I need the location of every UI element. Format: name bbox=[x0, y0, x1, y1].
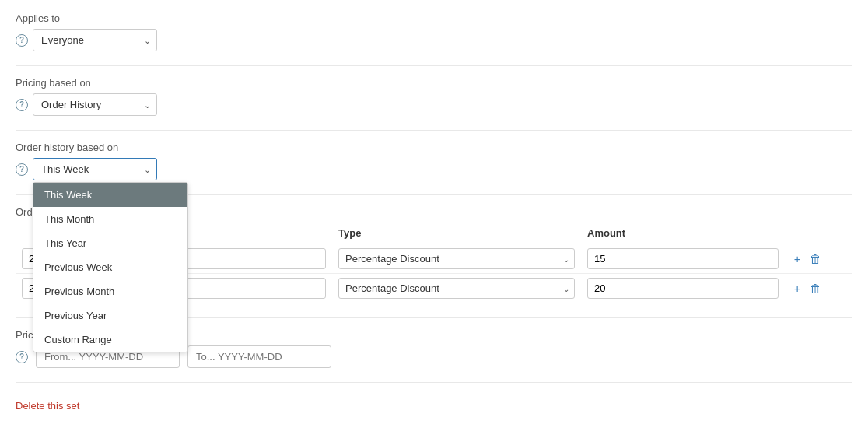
tier-amount-input[interactable] bbox=[587, 278, 779, 299]
pricing-based-on-select-wrapper: Order History Total Spent Number of Orde… bbox=[33, 93, 157, 116]
order-history-dropdown-container: This Week This Month This Year Previous … bbox=[33, 158, 157, 180]
order-history-select[interactable]: This Week This Month This Year Previous … bbox=[33, 158, 157, 180]
tier-type-select[interactable]: Percentage DiscountFixed DiscountFixed P… bbox=[338, 248, 575, 269]
tier-type-cell: Percentage DiscountFixed DiscountFixed P… bbox=[332, 244, 581, 274]
order-history-label: Order history based on bbox=[16, 142, 852, 153]
tier-add-button[interactable]: + bbox=[791, 280, 804, 296]
dropdown-item-previous-year[interactable]: Previous Year bbox=[33, 303, 187, 328]
order-history-select-wrapper: This Week This Month This Year Previous … bbox=[33, 158, 157, 180]
applies-to-section: Applies to ? Everyone Specific Customers… bbox=[16, 12, 852, 51]
pricing-based-on-label: Pricing based on bbox=[16, 77, 852, 89]
col-header-amount: Amount bbox=[581, 223, 785, 244]
dropdown-item-custom-range[interactable]: Custom Range bbox=[33, 328, 187, 352]
col-header-type: Type bbox=[332, 223, 581, 244]
delete-set-link[interactable]: Delete this set bbox=[16, 400, 79, 412]
tier-amount-cell bbox=[581, 244, 785, 274]
pricing-dates-help-icon[interactable]: ? bbox=[16, 351, 28, 363]
pricing-dates-to-input[interactable] bbox=[187, 345, 331, 368]
tier-delete-button[interactable]: 🗑 bbox=[807, 280, 824, 296]
divider-5 bbox=[16, 382, 852, 383]
order-history-section: Order history based on ? This Week This … bbox=[16, 142, 852, 180]
tier-actions-cell: + 🗑 bbox=[785, 244, 852, 274]
tier-type-select-wrapper: Percentage DiscountFixed DiscountFixed P… bbox=[338, 248, 575, 269]
tier-type-select[interactable]: Percentage DiscountFixed DiscountFixed P… bbox=[338, 278, 575, 299]
divider-2 bbox=[16, 130, 852, 131]
dropdown-item-this-year[interactable]: This Year bbox=[33, 231, 187, 255]
pricing-based-on-select[interactable]: Order History Total Spent Number of Orde… bbox=[33, 93, 157, 116]
tier-add-button[interactable]: + bbox=[791, 251, 804, 267]
pricing-based-on-help-icon[interactable]: ? bbox=[16, 99, 28, 111]
tier-type-select-wrapper: Percentage DiscountFixed DiscountFixed P… bbox=[338, 278, 575, 299]
applies-to-help-icon[interactable]: ? bbox=[16, 34, 28, 47]
tier-actions-cell: + 🗑 bbox=[785, 274, 852, 303]
applies-to-label: Applies to bbox=[16, 12, 852, 24]
applies-to-select[interactable]: Everyone Specific Customers Customer Gro… bbox=[33, 29, 157, 51]
divider-1 bbox=[16, 65, 852, 66]
col-header-actions bbox=[785, 223, 852, 244]
order-history-help-icon[interactable]: ? bbox=[16, 163, 28, 176]
pricing-based-on-section: Pricing based on ? Order History Total S… bbox=[16, 77, 852, 116]
dropdown-item-previous-week[interactable]: Previous Week bbox=[33, 255, 187, 279]
dropdown-item-this-month[interactable]: This Month bbox=[33, 207, 187, 231]
tier-amount-input[interactable] bbox=[587, 248, 779, 269]
dropdown-item-this-week[interactable]: This Week bbox=[33, 183, 187, 207]
tier-amount-cell bbox=[581, 274, 785, 303]
tier-delete-button[interactable]: 🗑 bbox=[807, 251, 824, 267]
dropdown-item-previous-month[interactable]: Previous Month bbox=[33, 279, 187, 303]
tier-type-cell: Percentage DiscountFixed DiscountFixed P… bbox=[332, 274, 581, 303]
order-history-dropdown-menu: This Week This Month This Year Previous … bbox=[33, 182, 188, 352]
applies-to-select-wrapper: Everyone Specific Customers Customer Gro… bbox=[33, 29, 157, 51]
